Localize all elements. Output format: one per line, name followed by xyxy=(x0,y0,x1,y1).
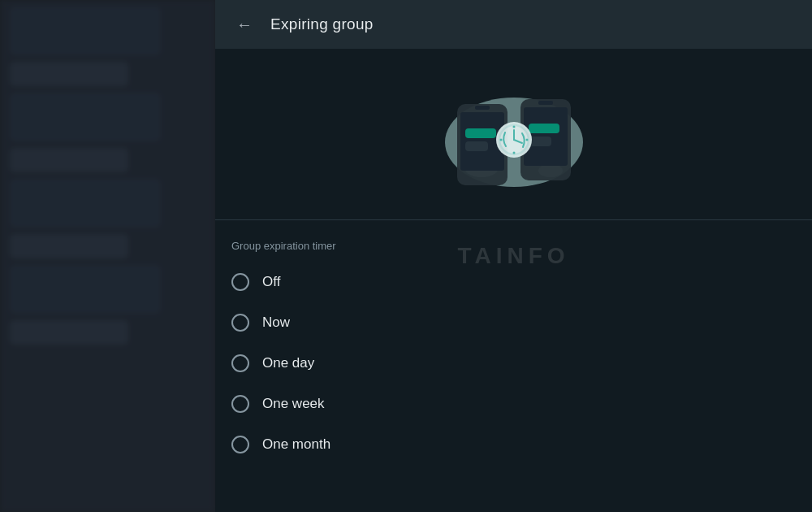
option-one-month-label: One month xyxy=(262,436,330,453)
option-off-label: Off xyxy=(262,274,280,290)
option-now[interactable]: Now xyxy=(215,302,812,343)
option-one-day-label: One day xyxy=(262,355,314,371)
option-now-label: Now xyxy=(262,315,290,331)
main-panel: ← Expiring group xyxy=(215,0,812,512)
sidebar xyxy=(0,0,215,512)
radio-one-day xyxy=(231,354,249,372)
option-one-week-label: One week xyxy=(262,396,325,412)
svg-point-18 xyxy=(512,152,515,154)
back-icon: ← xyxy=(236,15,253,34)
option-one-month[interactable]: One month xyxy=(215,424,812,465)
section-divider xyxy=(215,219,812,220)
radio-one-week xyxy=(231,395,249,413)
options-list: Off Now One day One week One month xyxy=(215,258,812,468)
svg-rect-11 xyxy=(529,137,551,146)
svg-point-19 xyxy=(499,139,502,141)
radio-off xyxy=(231,273,249,291)
svg-point-20 xyxy=(525,139,528,141)
svg-rect-12 xyxy=(538,101,553,105)
option-one-day[interactable]: One day xyxy=(215,343,812,384)
illustration-container xyxy=(425,49,603,211)
svg-rect-7 xyxy=(475,106,490,110)
page-title: Expiring group xyxy=(270,15,374,33)
option-off[interactable]: Off xyxy=(215,262,812,302)
expiring-group-illustration xyxy=(425,73,603,195)
content-area: Group expiration timer Off Now One day O… xyxy=(215,49,812,512)
svg-rect-5 xyxy=(465,128,496,138)
svg-rect-6 xyxy=(465,141,488,151)
back-button[interactable]: ← xyxy=(231,11,257,37)
section-label: Group expiration timer xyxy=(215,228,812,258)
header: ← Expiring group xyxy=(215,0,812,49)
svg-point-17 xyxy=(512,126,515,128)
radio-now xyxy=(231,314,249,332)
svg-rect-10 xyxy=(529,124,559,133)
radio-one-month xyxy=(231,436,249,453)
option-one-week[interactable]: One week xyxy=(215,384,812,424)
